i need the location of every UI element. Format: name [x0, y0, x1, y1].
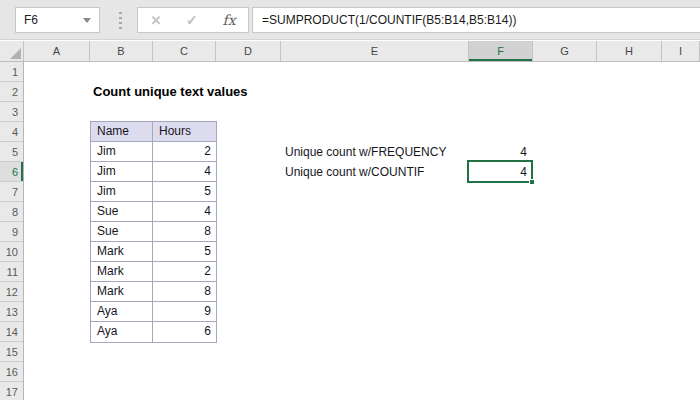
table-row: Mark8: [91, 282, 216, 302]
formula-bar-drag-handle[interactable]: [119, 12, 122, 29]
cell-C5[interactable]: 2: [153, 142, 216, 162]
row-header-6[interactable]: 6: [0, 162, 23, 182]
table-row: Sue8: [91, 222, 216, 242]
row-header-7[interactable]: 7: [0, 182, 23, 202]
excel-window: F6 ✕ ✓ fx =SUMPRODUCT(1/COUNTIF(B5:B14,B…: [0, 0, 700, 400]
table-row: Mark2: [91, 262, 216, 282]
column-headers: ABCDEFGHI: [0, 41, 700, 62]
column-header-I[interactable]: I: [662, 41, 700, 61]
column-header-A[interactable]: A: [24, 41, 90, 61]
cell-C8[interactable]: 4: [153, 202, 216, 222]
cell-F5[interactable]: 4: [469, 142, 533, 162]
row-header-10[interactable]: 10: [0, 242, 23, 262]
row-header-1[interactable]: 1: [0, 62, 23, 82]
select-all-button[interactable]: [0, 41, 24, 61]
cell-C7[interactable]: 5: [153, 182, 216, 202]
name-box[interactable]: F6: [15, 7, 100, 33]
cell-B11[interactable]: Mark: [91, 262, 153, 282]
row-header-17[interactable]: 17: [0, 382, 23, 400]
data-table: NameHoursJim2Jim4Jim5Sue4Sue8Mark5Mark2M…: [90, 121, 217, 343]
table-row: NameHours: [91, 122, 216, 142]
cell-B12[interactable]: Mark: [91, 282, 153, 302]
cell-B14[interactable]: Aya: [91, 322, 153, 342]
row-headers: 1234567891011121314151617: [0, 62, 24, 400]
cell-B8[interactable]: Sue: [91, 202, 153, 222]
row-header-16[interactable]: 16: [0, 362, 23, 382]
cell-C13[interactable]: 9: [153, 302, 216, 322]
table-row: Aya9: [91, 302, 216, 322]
formula-bar: F6 ✕ ✓ fx =SUMPRODUCT(1/COUNTIF(B5:B14,B…: [0, 0, 700, 40]
cell-B4[interactable]: Name: [91, 122, 153, 142]
cell-B9[interactable]: Sue: [91, 222, 153, 242]
cell-C10[interactable]: 5: [153, 242, 216, 262]
cell-C14[interactable]: 6: [153, 322, 216, 342]
formula-bar-buttons: ✕ ✓ fx: [137, 7, 249, 33]
table-row: Jim2: [91, 142, 216, 162]
row-header-8[interactable]: 8: [0, 202, 23, 222]
enter-icon[interactable]: ✓: [186, 12, 198, 28]
cell-F6[interactable]: 4: [469, 162, 533, 182]
table-row: Mark5: [91, 242, 216, 262]
cell-E6[interactable]: Unique count w/COUNTIF: [285, 162, 424, 182]
column-header-D[interactable]: D: [216, 41, 281, 61]
column-header-C[interactable]: C: [153, 41, 216, 61]
cell-B13[interactable]: Aya: [91, 302, 153, 322]
cell-C6[interactable]: 4: [153, 162, 216, 182]
row-header-5[interactable]: 5: [0, 142, 23, 162]
row-header-9[interactable]: 9: [0, 222, 23, 242]
row-header-11[interactable]: 11: [0, 262, 23, 282]
select-all-triangle-icon: [10, 48, 21, 59]
cancel-icon[interactable]: ✕: [150, 13, 161, 28]
cell-B2-title[interactable]: Count unique text values: [93, 82, 248, 102]
formula-input[interactable]: =SUMPRODUCT(1/COUNTIF(B5:B14,B5:B14)): [252, 7, 700, 33]
row-header-13[interactable]: 13: [0, 302, 23, 322]
name-box-value: F6: [16, 13, 83, 27]
row-header-12[interactable]: 12: [0, 282, 23, 302]
row-header-15[interactable]: 15: [0, 342, 23, 362]
row-header-14[interactable]: 14: [0, 322, 23, 342]
table-row: Jim4: [91, 162, 216, 182]
cell-C4[interactable]: Hours: [153, 122, 216, 142]
column-header-H[interactable]: H: [597, 41, 662, 61]
row-header-2[interactable]: 2: [0, 82, 23, 102]
row-header-3[interactable]: 3: [0, 102, 23, 122]
column-header-B[interactable]: B: [90, 41, 153, 61]
table-row: Aya6: [91, 322, 216, 342]
cell-C9[interactable]: 8: [153, 222, 216, 242]
cell-B6[interactable]: Jim: [91, 162, 153, 182]
formula-text: =SUMPRODUCT(1/COUNTIF(B5:B14,B5:B14)): [253, 13, 516, 27]
insert-function-icon[interactable]: fx: [223, 12, 236, 28]
cell-B10[interactable]: Mark: [91, 242, 153, 262]
cell-C11[interactable]: 2: [153, 262, 216, 282]
cell-B7[interactable]: Jim: [91, 182, 153, 202]
name-box-dropdown-icon[interactable]: [83, 18, 91, 23]
sheet-area: Count unique text values NameHoursJim2Ji…: [25, 62, 700, 400]
column-header-E[interactable]: E: [281, 41, 469, 61]
column-header-F[interactable]: F: [469, 41, 533, 61]
cell-C12[interactable]: 8: [153, 282, 216, 302]
table-row: Sue4: [91, 202, 216, 222]
table-row: Jim5: [91, 182, 216, 202]
column-header-G[interactable]: G: [533, 41, 597, 61]
cell-E5[interactable]: Unique count w/FREQUENCY: [285, 142, 446, 162]
cell-B5[interactable]: Jim: [91, 142, 153, 162]
row-header-4[interactable]: 4: [0, 122, 23, 142]
